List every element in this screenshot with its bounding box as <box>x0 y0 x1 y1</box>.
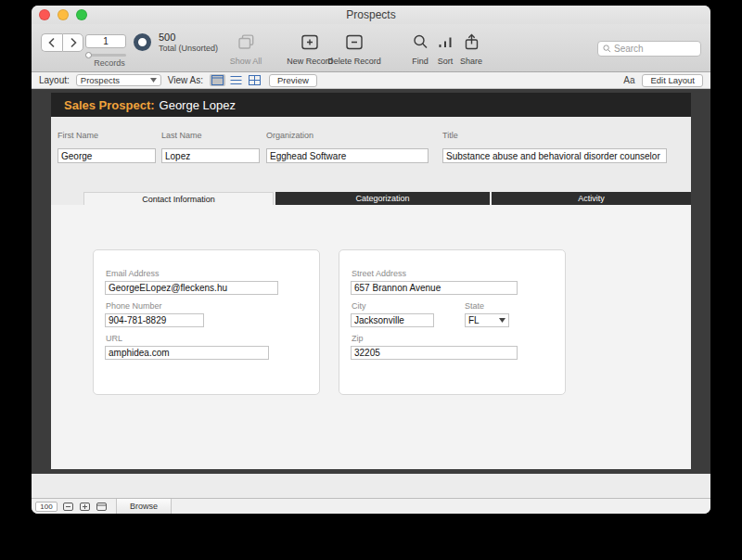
table-view-button[interactable] <box>247 74 262 86</box>
phone-input[interactable] <box>105 313 204 327</box>
previous-record-button[interactable] <box>41 33 62 52</box>
street-input[interactable] <box>351 281 518 295</box>
title-input[interactable] <box>442 148 667 163</box>
record-nav-segment <box>41 33 83 52</box>
title-field: Title <box>442 131 667 163</box>
organization-label: Organization <box>266 131 429 140</box>
close-window-button[interactable] <box>39 9 50 20</box>
share-button[interactable]: Share <box>454 32 488 66</box>
status-toolbar-toggle-icon[interactable] <box>96 501 108 513</box>
edit-layout-button[interactable]: Edit Layout <box>642 74 703 87</box>
view-as-label: View As: <box>168 75 203 85</box>
city-label: City <box>352 301 366 311</box>
title-bar: Prospects <box>32 6 710 24</box>
chevron-right-icon <box>69 37 78 48</box>
window-title: Prospects <box>32 6 710 24</box>
zoom-window-button[interactable] <box>76 9 87 20</box>
zoom-level-field[interactable]: 100 <box>35 502 58 512</box>
zoom-out-icon[interactable] <box>62 501 74 513</box>
tab-strip: Contact Information Categorization Activ… <box>51 192 691 205</box>
records-group-label: Records <box>58 58 161 68</box>
layout-bar: Layout: Prospects View As: Preview Aa <box>32 72 710 89</box>
layout-content-area: Sales Prospect: George Lopez First Name … <box>32 89 710 474</box>
mode-selector[interactable]: Browse <box>116 499 172 514</box>
form-view-icon <box>211 75 224 85</box>
url-input[interactable] <box>105 346 269 360</box>
state-label: State <box>465 301 484 311</box>
view-as-switcher <box>210 74 262 86</box>
email-input[interactable] <box>105 281 278 295</box>
desktop-background: Prospects 1 500 Total (Unsorted) Records <box>0 0 742 560</box>
last-name-input[interactable] <box>161 148 260 163</box>
minimize-window-button[interactable] <box>58 9 69 20</box>
street-label: Street Address <box>352 269 406 278</box>
new-record-icon <box>301 32 319 51</box>
list-view-button[interactable] <box>228 74 244 86</box>
window-footer <box>32 474 710 498</box>
window-controls <box>39 9 87 20</box>
form-view-button[interactable] <box>210 74 225 86</box>
delete-record-button[interactable]: Delete Record <box>325 32 384 66</box>
delete-record-icon <box>345 32 364 51</box>
layout-dropdown-value: Prospects <box>81 75 120 85</box>
zoom-in-icon[interactable] <box>79 501 91 513</box>
zip-input[interactable] <box>351 346 518 360</box>
record-header-prefix: Sales Prospect: <box>64 98 155 112</box>
first-name-input[interactable] <box>58 148 156 163</box>
contact-card: Email Address Phone Number URL <box>93 249 320 395</box>
first-name-label: First Name <box>58 131 156 140</box>
zip-label: Zip <box>352 334 364 343</box>
organization-field: Organization <box>266 131 429 163</box>
sort-icon <box>437 32 454 51</box>
table-view-icon <box>249 75 261 85</box>
chevron-down-icon <box>499 318 505 323</box>
last-name-label: Last Name <box>161 131 260 140</box>
show-all-button[interactable]: Show All <box>221 32 271 66</box>
search-icon <box>603 45 611 53</box>
tab-strip-spacer <box>51 192 83 205</box>
show-all-icon <box>237 32 255 51</box>
title-label: Title <box>442 131 667 140</box>
tab-contact-information[interactable]: Contact Information <box>83 192 274 205</box>
last-name-field: Last Name <box>161 131 260 163</box>
current-record-field[interactable]: 1 <box>85 34 126 48</box>
record-header-band: Sales Prospect: George Lopez <box>51 93 691 117</box>
layout-dropdown[interactable]: Prospects <box>76 74 161 86</box>
chevron-down-icon <box>150 78 157 83</box>
record-slider-thumb[interactable] <box>85 52 92 58</box>
name-fields-section: First Name Last Name Organization Title <box>51 117 691 192</box>
url-label: URL <box>106 334 122 343</box>
record-layout: Sales Prospect: George Lopez First Name … <box>51 93 691 469</box>
record-slider[interactable] <box>85 54 126 57</box>
found-set-pie-button[interactable] <box>134 33 151 51</box>
record-header-name: George Lopez <box>160 98 236 112</box>
search-input[interactable] <box>614 44 696 54</box>
list-view-icon <box>230 75 242 85</box>
find-icon <box>412 32 429 51</box>
preview-button[interactable]: Preview <box>269 74 317 87</box>
formatting-bar-toggle[interactable]: Aa <box>623 75 634 85</box>
email-label: Email Address <box>106 269 160 278</box>
bottom-status-bar: 100 Browse <box>32 498 710 514</box>
state-select[interactable]: FL <box>465 313 509 327</box>
record-total-count: 500 <box>159 32 175 43</box>
status-toolbar: 1 500 Total (Unsorted) Records Show All … <box>32 24 710 72</box>
search-field[interactable] <box>597 41 701 57</box>
share-icon <box>463 32 480 51</box>
first-name-field: First Name <box>58 131 156 163</box>
record-sort-status: Total (Unsorted) <box>159 44 218 53</box>
tab-activity[interactable]: Activity <box>492 192 691 205</box>
state-select-value: FL <box>468 315 480 325</box>
filemaker-window: Prospects 1 500 Total (Unsorted) Records <box>32 6 710 514</box>
phone-label: Phone Number <box>106 301 162 311</box>
tab-categorization[interactable]: Categorization <box>275 192 490 205</box>
next-record-button[interactable] <box>62 33 83 52</box>
layout-label: Layout: <box>39 75 70 85</box>
organization-input[interactable] <box>266 148 429 163</box>
address-card: Street Address City State FL Zip <box>339 249 566 395</box>
chevron-left-icon <box>47 37 57 48</box>
layout-bar-right: Aa Edit Layout <box>623 74 703 87</box>
city-input[interactable] <box>351 313 434 327</box>
contact-information-panel: Email Address Phone Number URL Street Ad… <box>51 205 691 469</box>
